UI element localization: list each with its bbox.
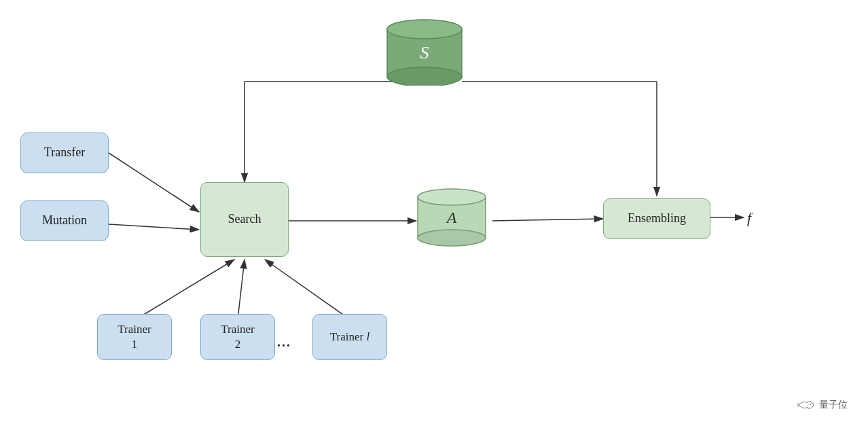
mutation-label: Mutation xyxy=(42,213,87,228)
ensembling-node: Ensembling xyxy=(603,198,710,239)
svg-text:S: S xyxy=(420,43,429,63)
trainer2-node: Trainer2 xyxy=(200,314,275,360)
svg-text:A: A xyxy=(446,209,457,226)
svg-point-21 xyxy=(810,404,811,405)
svg-line-4 xyxy=(492,219,603,221)
ensembling-label: Ensembling xyxy=(628,211,686,226)
svg-line-2 xyxy=(109,224,199,230)
svg-line-11 xyxy=(238,260,245,319)
watermark-text: 量子位 xyxy=(819,399,848,411)
cylinder-S-svg: S xyxy=(384,12,465,86)
transfer-node: Transfer xyxy=(20,132,109,173)
trainerl-node: Trainer l xyxy=(312,314,387,360)
trainer2-label: Trainer2 xyxy=(221,322,254,352)
svg-point-19 xyxy=(418,189,486,205)
svg-point-14 xyxy=(387,67,462,86)
svg-point-18 xyxy=(418,230,486,246)
watermark-icon xyxy=(796,398,815,412)
trainer1-label: Trainer1 xyxy=(117,322,151,352)
watermark: 量子位 xyxy=(796,398,848,412)
svg-line-12 xyxy=(265,260,350,319)
cylinder-S: S xyxy=(384,12,465,86)
mutation-node: Mutation xyxy=(20,200,109,241)
search-label: Search xyxy=(228,211,261,227)
transfer-label: Transfer xyxy=(44,145,85,160)
svg-point-15 xyxy=(387,20,462,39)
f-label: f xyxy=(747,209,751,227)
trainer1-node: Trainer1 xyxy=(97,314,172,360)
diagram-container: Transfer Mutation Search Ensembling Trai… xyxy=(0,0,868,424)
cylinder-A: A xyxy=(414,182,489,250)
svg-line-1 xyxy=(109,153,199,212)
dots-label: ... xyxy=(277,334,291,350)
cylinder-A-svg: A xyxy=(414,182,489,250)
search-node: Search xyxy=(200,182,289,257)
trainerl-label: Trainer l xyxy=(330,330,369,344)
svg-line-10 xyxy=(136,260,234,319)
